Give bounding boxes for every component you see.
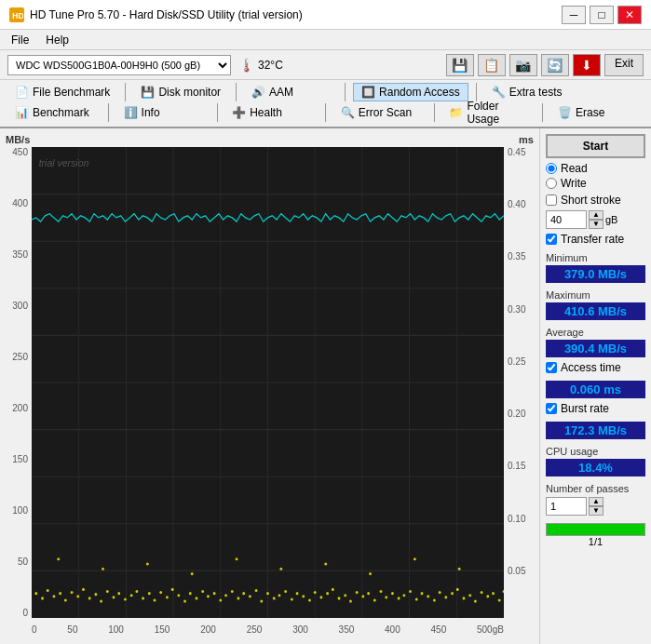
icon-btn-4[interactable]: 🔄 [541, 54, 569, 76]
temperature-display: 🌡️ 32°C [238, 58, 283, 73]
chart-svg: trial version [32, 147, 504, 618]
svg-point-75 [356, 591, 359, 594]
burst-rate-label: Burst rate [561, 402, 609, 415]
extra-tests-label: Extra tests [509, 86, 563, 99]
y-axis-left: 450 400 350 300 250 200 150 100 50 0 [6, 147, 32, 618]
burst-rate-group: 172.3 MB/s [546, 421, 645, 439]
minimum-group: Minimum 379.0 MB/s [546, 251, 645, 283]
toolbar-file-benchmark[interactable]: 📄 File Benchmark [7, 84, 117, 101]
device-bar: WDC WDS500G1B0A-00H9H0 (500 gB) 🌡️ 32°C … [0, 50, 651, 80]
toolbar-folder-usage[interactable]: 📁 Folder Usage [441, 98, 535, 127]
access-time-label: Access time [561, 361, 621, 374]
progress-bar-bg [546, 523, 645, 536]
svg-point-80 [385, 596, 387, 598]
svg-point-23 [47, 589, 49, 592]
svg-text:trial version: trial version [39, 157, 89, 169]
average-group: Average 390.4 MB/s [546, 326, 645, 357]
toolbar-row-1: 📄 File Benchmark 💾 Disk monitor 🔊 AAM 🔲 … [7, 83, 644, 101]
exit-button[interactable]: Exit [604, 54, 644, 76]
burst-rate-checkbox[interactable] [546, 403, 557, 414]
burst-rate-value: 172.3 MB/s [546, 422, 645, 439]
access-time-checkbox[interactable] [546, 362, 557, 373]
toolbar-disk-monitor[interactable]: 💾 Disk monitor [133, 84, 228, 101]
read-radio-item: Read [546, 162, 645, 175]
maximize-button[interactable]: □ [590, 6, 614, 24]
stroke-spin-down[interactable]: ▼ [589, 220, 604, 229]
passes-spin-down[interactable]: ▼ [589, 506, 604, 516]
stroke-spin-up[interactable]: ▲ [589, 210, 604, 220]
write-radio[interactable] [546, 178, 557, 189]
thermometer-icon: 🌡️ [238, 58, 254, 73]
svg-point-22 [41, 597, 44, 599]
svg-point-56 [242, 592, 245, 595]
transfer-rate-item: Transfer rate [546, 233, 645, 246]
svg-point-97 [486, 595, 489, 597]
toolbar-info[interactable]: ℹ️ Info [116, 104, 210, 121]
svg-point-106 [279, 568, 282, 570]
short-stroke-label: Short stroke [561, 194, 621, 207]
average-value: 390.4 MB/s [546, 340, 645, 357]
svg-point-44 [171, 588, 174, 591]
progress-bar-fill [547, 524, 644, 535]
toolbar-sep-7 [325, 103, 326, 122]
menu-file[interactable]: File [7, 33, 33, 47]
svg-point-31 [94, 593, 97, 596]
toolbar-sep-3 [345, 83, 346, 101]
transfer-rate-checkbox[interactable] [546, 234, 557, 245]
toolbar-health[interactable]: ➕ Health [224, 104, 318, 121]
svg-point-81 [391, 592, 394, 595]
short-stroke-item: Short stroke [546, 194, 645, 207]
read-radio[interactable] [546, 163, 557, 174]
svg-point-34 [113, 596, 115, 598]
svg-point-55 [237, 597, 239, 599]
svg-point-83 [402, 594, 405, 597]
svg-point-104 [191, 572, 194, 575]
icon-btn-1[interactable]: 💾 [446, 54, 474, 76]
chart-unit-left: MB/s [6, 134, 30, 145]
svg-point-89 [439, 591, 441, 594]
close-button[interactable]: ✕ [617, 6, 642, 24]
minimum-label: Minimum [546, 252, 588, 263]
svg-point-95 [474, 599, 477, 602]
passes-input[interactable] [546, 497, 587, 516]
aam-label: AAM [269, 86, 293, 99]
toolbar-erase[interactable]: 🗑️ Erase [550, 104, 644, 121]
svg-point-43 [166, 596, 169, 598]
icon-btn-5[interactable]: ⬇ [573, 54, 601, 76]
stroke-spin-buttons: ▲ ▼ [589, 210, 604, 229]
svg-point-78 [373, 598, 376, 601]
svg-point-87 [427, 595, 429, 597]
icon-btn-3[interactable]: 📷 [509, 54, 537, 76]
svg-point-52 [219, 598, 222, 601]
svg-point-25 [59, 592, 61, 595]
svg-point-64 [291, 597, 293, 600]
minimize-button[interactable]: ─ [562, 6, 586, 24]
svg-point-103 [146, 562, 149, 565]
chart-area: MB/s ms 450 400 350 300 250 200 150 100 … [0, 128, 539, 644]
svg-point-88 [433, 598, 436, 601]
svg-point-66 [302, 595, 305, 597]
stroke-value-input[interactable] [546, 210, 587, 229]
menu-help[interactable]: Help [42, 33, 73, 47]
svg-point-57 [249, 595, 251, 597]
svg-point-54 [231, 590, 234, 593]
stroke-input-group: ▲ ▼ gB [546, 210, 645, 229]
icon-btn-2[interactable]: 📋 [478, 54, 506, 76]
menu-bar: File Help [0, 30, 651, 50]
toolbar-aam[interactable]: 🔊 AAM [244, 84, 337, 101]
passes-spin-up[interactable]: ▲ [589, 497, 604, 506]
svg-point-69 [319, 596, 322, 598]
svg-point-72 [338, 597, 341, 599]
svg-point-70 [326, 592, 329, 595]
short-stroke-checkbox[interactable] [546, 195, 557, 206]
svg-point-107 [324, 562, 327, 565]
start-button[interactable]: Start [546, 134, 645, 158]
device-select[interactable]: WDC WDS500G1B0A-00H9H0 (500 gB) [7, 55, 231, 75]
health-icon: ➕ [232, 106, 246, 119]
toolbar-benchmark[interactable]: 📊 Benchmark [7, 104, 101, 121]
health-label: Health [250, 106, 282, 119]
svg-point-33 [106, 590, 109, 593]
window-controls: ─ □ ✕ [562, 6, 642, 24]
svg-point-62 [278, 594, 281, 597]
toolbar-error-scan[interactable]: 🔍 Error Scan [333, 104, 427, 121]
